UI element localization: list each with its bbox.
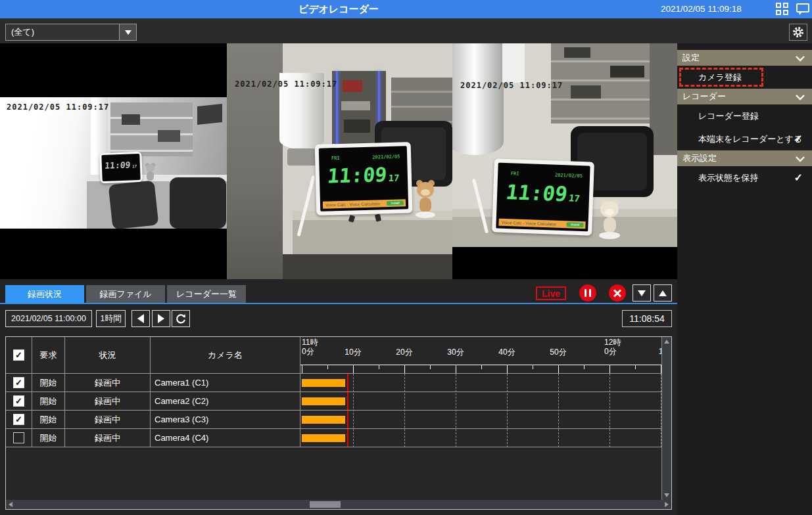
settings-gear-button[interactable]: [789, 24, 807, 41]
tab-recorder-list[interactable]: レコーダー一覧: [167, 285, 246, 303]
sidebar-section-label: レコーダー: [682, 91, 726, 101]
chevron-down-icon: [795, 55, 805, 62]
scroll-down-icon[interactable]: [664, 493, 669, 497]
laptop: [197, 104, 222, 125]
table-header-row: ✓要求状況カメラ名: [6, 337, 662, 374]
scrollbar-thumb[interactable]: [310, 501, 341, 508]
dropdown-arrow-icon[interactable]: [119, 24, 136, 40]
select-all-checkbox[interactable]: ✓: [13, 349, 24, 361]
panel-collapse-button[interactable]: [633, 284, 651, 302]
wall: [650, 43, 677, 155]
live-indicator: Live: [536, 286, 566, 300]
row-checkbox[interactable]: ✓: [13, 395, 24, 407]
recording-status-table: 11時0分12時0分10分20分30分40分50分1 ✓要求状況カメラ名✓開始録…: [5, 336, 672, 510]
table-row: ✓開始録画中Camera1 (C1): [6, 374, 662, 392]
tablet-clock-display: FRI 2021/02/05 11:0917 Voice Calc - Voic…: [315, 142, 413, 215]
column-header-request: 要求: [32, 337, 65, 373]
row-checkbox-cell: ✓: [6, 374, 32, 392]
scroll-left-icon[interactable]: [9, 502, 12, 507]
table-row: ✓開始録画中Camera2 (C2): [6, 392, 662, 411]
pillar: [452, 43, 504, 155]
refresh-button[interactable]: [172, 310, 190, 327]
office-chair: [170, 177, 226, 229]
close-button[interactable]: [609, 284, 626, 302]
row-camera-cell: Camera3 (C3): [151, 411, 300, 428]
shelf-rack: [110, 102, 193, 156]
camera-feed-3[interactable]: FRI 2021/02/05 11:0917 Voice Calc - Voic…: [452, 43, 677, 279]
sidebar-item[interactable]: 本端末をレコーダーとする✓: [677, 127, 812, 150]
bear-figurine: [415, 180, 436, 218]
row-camera-cell: Camera1 (C1): [151, 374, 300, 392]
current-time-display: 11:08:54: [622, 310, 672, 327]
row-checkbox-cell: [6, 429, 32, 447]
panel-expand-button[interactable]: [654, 284, 672, 302]
scroll-up-icon[interactable]: [664, 340, 669, 344]
sidebar-section-header[interactable]: レコーダー: [677, 89, 812, 104]
chevron-down-icon: [795, 94, 805, 101]
app-title: ビデオレコーダー: [260, 0, 418, 18]
row-checkbox[interactable]: ✓: [13, 377, 24, 388]
refresh-icon: [175, 313, 187, 325]
highlight-annotation-box: [679, 68, 763, 87]
row-status-cell: 録画中: [65, 411, 151, 428]
check-icon: ✓: [794, 166, 803, 189]
camera-timestamp: 2021/02/05 11:09:17: [7, 102, 109, 112]
column-header-status: 状況: [65, 337, 151, 373]
sidebar-item[interactable]: レコーダー登録: [677, 104, 812, 127]
pause-icon: [585, 289, 591, 297]
tab-recording-files[interactable]: 録画ファイル: [86, 285, 165, 303]
tab-recording-status[interactable]: 録画状況: [5, 285, 84, 303]
row-request-cell: 開始: [32, 392, 65, 410]
chevron-up-icon: [659, 290, 667, 296]
layout-grid-icon[interactable]: [776, 3, 789, 16]
start-datetime-button[interactable]: 2021/02/05 11:00:00: [5, 310, 92, 327]
pause-button[interactable]: [579, 284, 596, 302]
camera-grid: 11:0917 2021/02/05 11:09:17: [0, 43, 677, 279]
bear-figurine: [145, 163, 156, 183]
row-camera-cell: Camera2 (C2): [151, 392, 300, 410]
row-checkbox[interactable]: [13, 432, 24, 443]
camera-timestamp: 2021/02/05 11:09:17: [460, 81, 563, 90]
sidebar-menu: 設定カメラ登録レコーダーレコーダー登録本端末をレコーダーとする✓表示設定表示状態…: [677, 43, 812, 515]
column-header-camera: カメラ名: [151, 337, 300, 373]
vertical-scrollbar[interactable]: [661, 337, 671, 500]
chevron-down-icon: [795, 156, 805, 162]
camera-filter-dropdown[interactable]: (全て): [5, 24, 137, 41]
tablet-clock-display: 11:0917: [99, 152, 143, 183]
horizontal-scrollbar[interactable]: [6, 500, 671, 509]
tablet-clock-display: FRI 2021/02/05 11:0917 Voice Calc - Voic…: [492, 158, 594, 235]
camera-1-scene: 11:0917: [0, 97, 227, 229]
prev-period-button[interactable]: [131, 310, 150, 327]
sidebar-section-label: 表示設定: [682, 153, 717, 163]
row-request-cell: 開始: [32, 374, 65, 392]
camera-feed-2[interactable]: FRI 2021/02/05 11:0917 Voice Calc - Voic…: [227, 43, 452, 279]
sidebar-section-header[interactable]: 表示設定: [677, 150, 812, 166]
row-timeline-cell: [300, 411, 662, 428]
sidebar-item[interactable]: 表示状態を保持✓: [677, 166, 812, 189]
camera-2-scene: FRI 2021/02/05 11:0917 Voice Calc - Voic…: [227, 43, 452, 279]
chevron-down-icon: [638, 290, 646, 296]
camera-feed-1[interactable]: 11:0917 2021/02/05 11:09:17: [0, 43, 227, 279]
sidebar-section-label: 設定: [682, 53, 700, 62]
bear-figurine: [598, 198, 621, 239]
table-row: 開始録画中Camera4 (C4): [6, 429, 662, 447]
row-timeline-cell: [300, 429, 662, 447]
row-timeline-cell: [300, 392, 662, 410]
shelf-rack: [391, 78, 452, 126]
next-period-button[interactable]: [152, 310, 170, 327]
system-datetime: 2021/02/05 11:09:18: [661, 0, 753, 18]
scroll-right-icon[interactable]: [665, 502, 669, 507]
gear-icon: [792, 26, 805, 39]
range-button[interactable]: 1時間: [96, 310, 126, 327]
row-status-cell: 録画中: [65, 392, 151, 410]
table-row: ✓開始録画中Camera3 (C3): [6, 411, 662, 429]
toolbar: (全て): [0, 18, 812, 43]
sidebar-section-header[interactable]: 設定: [677, 50, 812, 66]
monitor-bubble-icon[interactable]: [796, 3, 809, 12]
arrow-left-icon: [137, 314, 144, 323]
row-checkbox[interactable]: ✓: [13, 414, 24, 425]
title-bar: ビデオレコーダー 2021/02/05 11:09:18: [0, 0, 812, 18]
row-request-cell: 開始: [32, 411, 65, 428]
tab-underline: [0, 303, 677, 304]
sidebar-item[interactable]: カメラ登録: [677, 66, 812, 89]
